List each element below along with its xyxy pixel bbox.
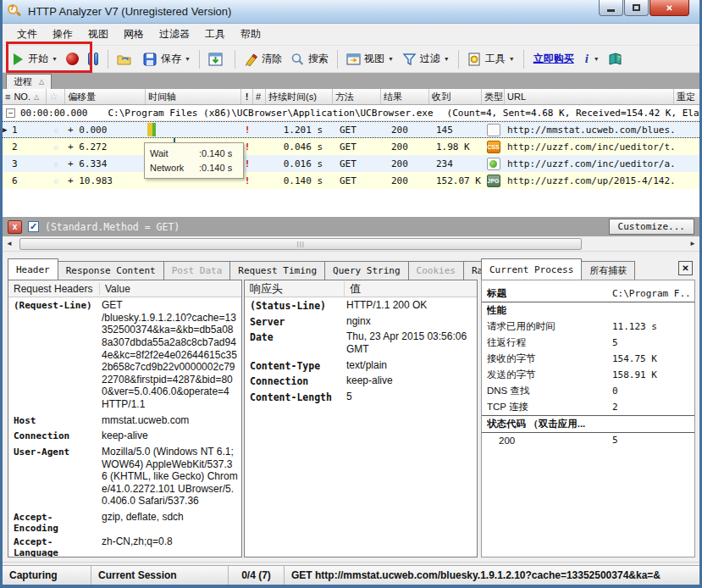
panel-close-button[interactable]: ✕ bbox=[678, 261, 693, 275]
column-header-type[interactable]: 类型 bbox=[482, 89, 505, 104]
header-entry[interactable]: Connection keep-alive bbox=[245, 373, 477, 389]
search-button[interactable]: 搜索 bbox=[286, 48, 333, 70]
filter-enabled-checkbox[interactable]: ✓ bbox=[28, 221, 39, 232]
column-header-received[interactable]: 收到 bbox=[429, 89, 482, 104]
chevron-down-icon[interactable]: ▼ bbox=[444, 56, 450, 62]
menu-grid[interactable]: 网格 bbox=[116, 25, 152, 44]
scrollbar-track[interactable]: ||| bbox=[16, 237, 686, 251]
clear-button[interactable]: 清除 bbox=[240, 48, 286, 70]
import-button[interactable] bbox=[204, 48, 230, 70]
cell-url[interactable]: http://uzzf.com/inc/ueditor/a... bbox=[505, 155, 674, 172]
cell-url[interactable]: http://mmstat.ucweb.com/blues... bbox=[505, 122, 674, 137]
menu-action[interactable]: 操作 bbox=[45, 25, 80, 44]
tab-current-process[interactable]: Current Process bbox=[481, 258, 582, 280]
stat-row[interactable]: DNS 查找 0 bbox=[482, 383, 694, 399]
cell-url[interactable]: http://uzzf.com/inc/ueditor/t... bbox=[505, 138, 674, 155]
column-header-method[interactable]: 方法 bbox=[333, 89, 381, 104]
horizontal-scrollbar[interactable]: ◄ ||| ► bbox=[3, 236, 699, 252]
header-entry[interactable]: Server nginx bbox=[245, 313, 477, 330]
filter-button[interactable]: 过滤 ▼ bbox=[398, 48, 454, 70]
header-entry[interactable]: Content-Type text/plain bbox=[245, 358, 477, 374]
remove-filter-button[interactable]: x bbox=[8, 220, 22, 234]
star-icon[interactable]: ☆ bbox=[47, 138, 65, 155]
scroll-right-icon[interactable]: ► bbox=[686, 237, 699, 251]
column-header-timeline[interactable]: 时间轴 bbox=[146, 89, 241, 104]
chevron-down-icon[interactable]: ▼ bbox=[509, 56, 515, 62]
buy-now-link[interactable]: 立即购买 bbox=[528, 52, 579, 66]
help-button[interactable]: ? bbox=[604, 48, 630, 70]
column-header-offset[interactable]: 偏移量 bbox=[65, 89, 146, 104]
column-chooser-icon[interactable]: ≡ bbox=[5, 92, 10, 102]
table-row[interactable]: 2 ☆ + 6.272 ! 0.046 s GET 200 1.98 K CSS… bbox=[3, 138, 699, 155]
column-header-num[interactable]: # bbox=[253, 89, 266, 104]
header-entry[interactable]: Accept-Encoding gzip, deflate, sdch bbox=[8, 509, 241, 534]
table-row[interactable]: 6 ☆ + 10.983 ! 0.140 s GET 200 152.07 K … bbox=[3, 172, 699, 189]
header-entry[interactable]: Connection keep-alive bbox=[8, 428, 241, 444]
tab-header[interactable]: Header bbox=[8, 258, 58, 280]
collapse-icon[interactable]: − bbox=[6, 108, 15, 118]
chevron-down-icon[interactable]: ▼ bbox=[388, 56, 394, 62]
stat-row[interactable]: 发送的字节 158.91 K bbox=[482, 367, 694, 383]
tab-post-data[interactable]: Post Data bbox=[163, 261, 231, 280]
tab-cookies[interactable]: Cookies bbox=[408, 261, 464, 280]
save-button[interactable]: 保存 ▼ bbox=[139, 48, 195, 70]
column-header-redirect[interactable]: 重定 bbox=[674, 89, 699, 104]
header-entry[interactable]: Date Thu, 23 Apr 2015 03:56:06 GMT bbox=[245, 329, 477, 357]
column-header-duration[interactable]: 持续时间(s) bbox=[266, 89, 333, 104]
chevron-down-icon[interactable]: ▼ bbox=[52, 56, 58, 62]
minimize-button[interactable] bbox=[599, 0, 623, 16]
request-headers-column[interactable]: Request Headers bbox=[8, 283, 100, 295]
start-button[interactable]: 开始 ▼ bbox=[9, 48, 62, 70]
header-entry[interactable]: Host mmstat.ucweb.com bbox=[8, 413, 241, 429]
close-button[interactable]: ✕ bbox=[649, 0, 689, 16]
tools-button[interactable]: 工具 ▼ bbox=[463, 48, 519, 70]
info-button[interactable]: i ▼ bbox=[579, 48, 604, 70]
stat-row[interactable]: TCP 连接 2 bbox=[482, 399, 694, 415]
star-icon[interactable]: ☆ bbox=[47, 172, 65, 189]
menu-view[interactable]: 视图 bbox=[80, 25, 116, 44]
tab-all-captures[interactable]: 所有捕获 bbox=[581, 261, 635, 280]
chevron-down-icon[interactable]: ▼ bbox=[594, 56, 600, 62]
column-header-no[interactable]: ≡ NO. △ bbox=[3, 89, 47, 104]
scroll-left-icon[interactable]: ◄ bbox=[3, 237, 16, 251]
view-button[interactable]: 视图 ▼ bbox=[342, 48, 398, 70]
stat-row[interactable]: 往返行程 5 bbox=[482, 335, 694, 351]
tab-query-string[interactable]: Query String bbox=[324, 261, 408, 280]
table-row[interactable]: ▶ 1 ☆ + 0.000 ! 1.201 s GET 200 145 http… bbox=[3, 121, 699, 138]
open-session-button[interactable] bbox=[113, 48, 139, 70]
tab-process[interactable]: 进程 △ bbox=[6, 74, 52, 89]
chevron-down-icon[interactable]: ▼ bbox=[185, 56, 191, 62]
response-headers-column[interactable]: 响应头 bbox=[245, 281, 345, 297]
stat-row[interactable]: 请求已用的时间 11.123 s bbox=[482, 319, 694, 335]
header-entry[interactable]: User-Agent Mozilla/5.0 (Windows NT 6.1; … bbox=[8, 444, 241, 509]
maximize-button[interactable] bbox=[624, 0, 649, 16]
column-header-url[interactable]: URL bbox=[505, 89, 674, 104]
tab-response-content[interactable]: Response Content bbox=[58, 261, 164, 280]
stop-button[interactable] bbox=[62, 48, 83, 70]
menu-help[interactable]: 帮助 bbox=[233, 25, 268, 44]
star-icon[interactable]: ☆ bbox=[47, 122, 65, 137]
star-icon[interactable]: ☆ bbox=[47, 155, 65, 172]
pause-button[interactable] bbox=[83, 48, 103, 70]
menu-tools[interactable]: 工具 bbox=[197, 25, 233, 44]
customize-button[interactable]: Customize... bbox=[609, 219, 694, 235]
column-header-star[interactable]: ☆ bbox=[47, 89, 65, 104]
header-entry[interactable]: (Status-Line) HTTP/1.1 200 OK bbox=[245, 297, 477, 313]
stat-row[interactable]: 接收的字节 154.75 K bbox=[482, 351, 694, 367]
header-entry[interactable]: Content-Length 5 bbox=[245, 389, 477, 405]
group-row[interactable]: − 00:00:00.000 C:\Program Files (x86)\UC… bbox=[3, 105, 699, 121]
scrollbar-thumb[interactable]: ||| bbox=[19, 238, 582, 250]
menu-filter[interactable]: 过滤器 bbox=[152, 25, 197, 44]
header-entry[interactable]: Accept-Language zh-CN,zh;q=0.8 bbox=[8, 534, 241, 557]
tab-request-timing[interactable]: Request Timing bbox=[229, 261, 325, 280]
table-row[interactable]: 3 ☆ + 6.334 ! 0.016 s GET 200 234 http:/… bbox=[3, 155, 699, 172]
stat-row[interactable]: 200 5 bbox=[482, 433, 694, 447]
menu-file[interactable]: 文件 bbox=[9, 25, 45, 44]
response-value-column[interactable]: 值 bbox=[345, 281, 366, 297]
request-value-column[interactable]: Value bbox=[100, 283, 135, 295]
cell-url[interactable]: http://uzzf.com/up/2015-4/142... bbox=[505, 172, 674, 189]
column-header-alert[interactable]: ! bbox=[241, 89, 253, 104]
header-entry[interactable]: (Request-Line) GET /bluesky.1.9.1.2.10?c… bbox=[8, 297, 241, 413]
column-header-result[interactable]: 结果 bbox=[381, 89, 429, 104]
stat-row[interactable]: 标题 C:\Program F... bbox=[482, 286, 694, 302]
